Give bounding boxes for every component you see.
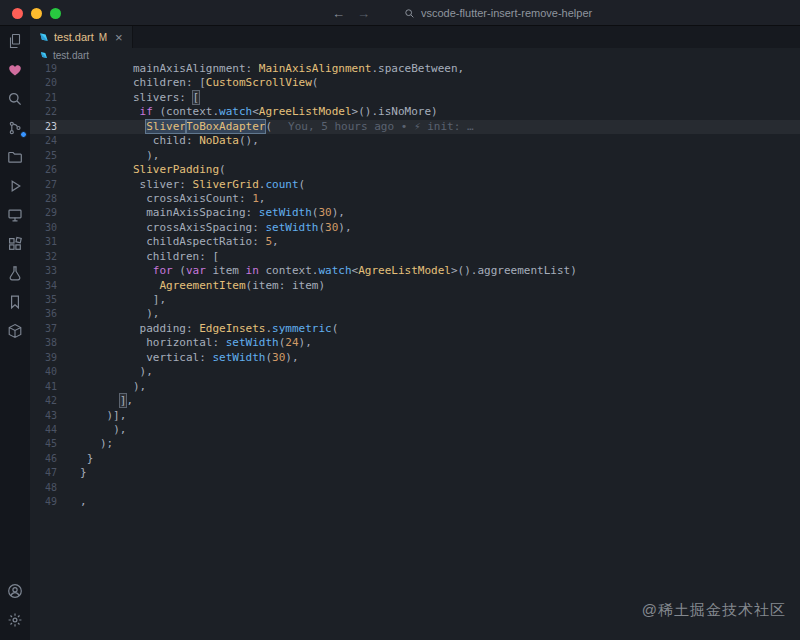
line-number: 40 [30,365,80,379]
code-line-42[interactable]: 42 ], [30,394,800,408]
line-number: 23 [30,120,80,134]
folder-icon[interactable] [0,142,30,171]
tab-close-icon[interactable]: × [115,31,123,44]
titlebar: ← → vscode-flutter-insert-remove-helper [0,0,800,26]
heart-icon[interactable] [0,55,30,84]
code-area[interactable]: 19 mainAxisAlignment: MainAxisAlignment.… [30,62,800,640]
line-number: 21 [30,91,80,105]
line-number: 34 [30,279,80,293]
code-line-23[interactable]: 23 SliverToBoxAdapter(You, 5 hours ago •… [30,120,800,134]
extensions-icon[interactable] [0,229,30,258]
line-number: 45 [30,437,80,451]
code-line-48[interactable]: 48 [30,481,800,495]
tab-test-dart[interactable]: test.dart M × [30,26,133,48]
line-number: 36 [30,307,80,321]
back-button[interactable]: ← [332,6,345,21]
code-line-35[interactable]: 35 ], [30,293,800,307]
line-number: 48 [30,481,80,495]
minimize-button[interactable] [31,8,42,19]
test-flask-icon[interactable] [0,258,30,287]
package-icon[interactable] [0,316,30,345]
code-line-19[interactable]: 19 mainAxisAlignment: MainAxisAlignment.… [30,62,800,76]
traffic-lights [12,8,61,19]
code-line-20[interactable]: 20 children: [CustomScrollView( [30,76,800,90]
code-line-31[interactable]: 31 childAspectRatio: 5, [30,235,800,249]
activity-bar-bottom [0,576,30,634]
line-number: 47 [30,466,80,480]
code-line-25[interactable]: 25 ), [30,149,800,163]
line-number: 43 [30,409,80,423]
line-number: 22 [30,105,80,119]
code-line-36[interactable]: 36 ), [30,307,800,321]
breadcrumb-label: test.dart [53,50,89,61]
code-line-46[interactable]: 46 } [30,452,800,466]
close-button[interactable] [12,8,23,19]
history-navigation: ← → [332,0,370,26]
source-control-icon[interactable] [0,113,30,142]
watermark: @稀土掘金技术社区 [642,601,786,620]
code-line-33[interactable]: 33 for (var item in context.watch<AgreeL… [30,264,800,278]
bookmark-icon[interactable] [0,287,30,316]
code-line-37[interactable]: 37 padding: EdgeInsets.symmetric( [30,322,800,336]
line-number: 25 [30,149,80,163]
line-number: 35 [30,293,80,307]
line-number: 28 [30,192,80,206]
code-line-21[interactable]: 21 slivers: [ [30,91,800,105]
code-line-47[interactable]: 47} [30,466,800,480]
activity-bar [0,26,30,640]
line-number: 49 [30,495,80,509]
tab-bar: test.dart M × [30,26,800,48]
code-line-41[interactable]: 41 ), [30,380,800,394]
code-line-28[interactable]: 28 crossAxisCount: 1, [30,192,800,206]
code-line-39[interactable]: 39 vertical: setWidth(30), [30,351,800,365]
line-number: 38 [30,336,80,350]
code-line-27[interactable]: 27 sliver: SliverGrid.count( [30,178,800,192]
editor-group: test.dart M × test.dart 19 mainAxisAlign… [30,26,800,640]
code-line-22[interactable]: 22 if (context.watch<AgreeListModel>().i… [30,105,800,119]
files-icon[interactable] [0,26,30,55]
line-number: 33 [30,264,80,278]
code-line-43[interactable]: 43 )], [30,409,800,423]
code-line-29[interactable]: 29 mainAxisSpacing: setWidth(30), [30,206,800,220]
line-number: 32 [30,250,80,264]
search-icon [404,8,415,19]
settings-gear-icon[interactable] [0,605,30,634]
breadcrumb[interactable]: test.dart [30,48,800,62]
activity-bar-items [0,26,30,345]
tab-label: test.dart [54,31,94,43]
run-debug-icon[interactable] [0,171,30,200]
line-number: 31 [30,235,80,249]
account-icon[interactable] [0,576,30,605]
line-number: 20 [30,76,80,90]
forward-button[interactable]: → [357,6,370,21]
code-line-24[interactable]: 24 child: NoData(), [30,134,800,148]
git-blame-annotation: You, 5 hours ago • ⚡ init: … [288,120,473,133]
code-line-38[interactable]: 38 horizontal: setWidth(24), [30,336,800,350]
breadcrumb-file-icon [40,51,48,59]
code-line-30[interactable]: 30 crossAxisSpacing: setWidth(30), [30,221,800,235]
line-number: 41 [30,380,80,394]
search-icon[interactable] [0,84,30,113]
tab-modified-badge: M [99,32,107,43]
code-line-32[interactable]: 32 children: [ [30,250,800,264]
code-line-40[interactable]: 40 ), [30,365,800,379]
command-center[interactable]: vscode-flutter-insert-remove-helper [404,0,592,26]
zoom-button[interactable] [50,8,61,19]
line-number: 19 [30,62,80,76]
line-number: 30 [30,221,80,235]
dart-file-icon [39,32,49,42]
code-line-44[interactable]: 44 ), [30,423,800,437]
code-line-34[interactable]: 34 AgreementItem(item: item) [30,279,800,293]
line-number: 24 [30,134,80,148]
line-number: 26 [30,163,80,177]
vscode-window: ← → vscode-flutter-insert-remove-helper … [0,0,800,640]
line-number: 39 [30,351,80,365]
code-line-26[interactable]: 26 SliverPadding( [30,163,800,177]
code-line-45[interactable]: 45 ); [30,437,800,451]
code-line-49[interactable]: 49, [30,495,800,509]
line-number: 44 [30,423,80,437]
remote-window-icon[interactable] [0,200,30,229]
window-title: vscode-flutter-insert-remove-helper [421,7,592,19]
line-number: 42 [30,394,80,408]
line-number: 29 [30,206,80,220]
